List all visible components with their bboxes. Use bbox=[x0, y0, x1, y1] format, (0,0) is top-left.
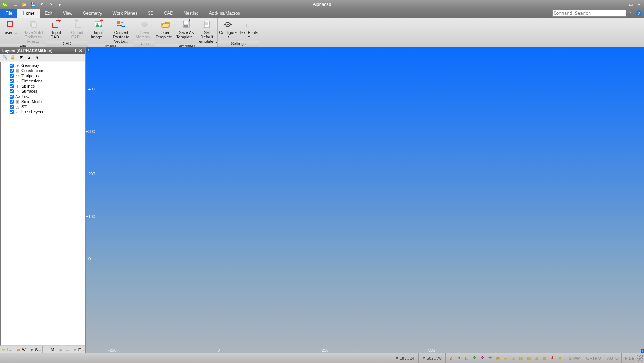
ribbon-minimize-button[interactable]: ^ bbox=[628, 10, 634, 16]
tab-add-ins-macros[interactable]: Add-Ins/Macros bbox=[204, 9, 245, 18]
raster-vector-button[interactable]: Convert Raster to Vector... bbox=[109, 18, 134, 44]
status-axis-xz-icon[interactable]: ✛ bbox=[480, 355, 485, 361]
status-down-icon[interactable]: ⬇ bbox=[549, 355, 555, 361]
layers-lock-icon[interactable]: 🔒 bbox=[10, 55, 16, 60]
tab-home[interactable]: Home bbox=[17, 9, 40, 18]
panel-tab-info[interactable]: ▤I... bbox=[57, 346, 72, 353]
status-v6-icon[interactable]: ▨ bbox=[534, 355, 539, 361]
status-v1-icon[interactable]: ▣ bbox=[495, 355, 501, 361]
layer-row-user-layers[interactable]: ▭User Layers bbox=[1, 109, 85, 114]
tab-work-planes[interactable]: Work Planes bbox=[108, 9, 143, 18]
qat-save-icon[interactable]: 💾 bbox=[31, 2, 36, 7]
status-home-icon[interactable]: ⌂ bbox=[449, 355, 454, 361]
layer-row-solid-model[interactable]: ▣Solid Model bbox=[1, 99, 85, 104]
status-fit-icon[interactable]: ▢ bbox=[464, 355, 470, 361]
status-axis-xy-icon[interactable]: ✛ bbox=[472, 355, 477, 361]
y-axis-label: Y bbox=[86, 48, 90, 52]
layer-row-stl[interactable]: △STL bbox=[1, 104, 85, 109]
status-v2-icon[interactable]: ▤ bbox=[503, 355, 508, 361]
tab-3d[interactable]: 3D bbox=[143, 9, 159, 18]
status-toggle-ortho[interactable]: ORTHO bbox=[583, 353, 604, 363]
layer-row-dimensions[interactable]: ↔Dimensions bbox=[1, 78, 85, 83]
layer-visibility-checkbox[interactable] bbox=[10, 84, 14, 88]
open-template-button[interactable]: Open Template... bbox=[155, 18, 176, 44]
status-axis-yz-icon[interactable]: ✛ bbox=[487, 355, 493, 361]
layer-row-construction[interactable]: ▦Construction bbox=[1, 68, 85, 73]
help-button[interactable]: ? bbox=[636, 10, 642, 16]
layer-visibility-checkbox[interactable] bbox=[10, 69, 14, 73]
layers-panel-header[interactable]: Layers (ALPHACAM/User) ⊥ ✕ bbox=[0, 47, 85, 54]
qat-open-icon[interactable]: 📂 bbox=[22, 2, 27, 7]
tab-nesting[interactable]: Nesting bbox=[178, 9, 204, 18]
tab-file[interactable]: File bbox=[0, 9, 17, 18]
insert-button[interactable]: Insert... bbox=[0, 18, 21, 44]
machines-tab-label: M bbox=[51, 347, 54, 352]
output-cad-label: Output CAD... bbox=[67, 30, 88, 39]
configure-button[interactable]: Configure▼ bbox=[218, 18, 238, 41]
input-cad-button[interactable]: Input CAD... bbox=[46, 18, 67, 41]
close-panel-icon[interactable]: ✕ bbox=[78, 49, 83, 53]
input-cad-icon bbox=[51, 19, 62, 30]
layer-row-splines[interactable]: ∫Splines bbox=[1, 83, 85, 89]
layer-visibility-checkbox[interactable] bbox=[10, 74, 14, 78]
layers-down-icon[interactable]: ▼ bbox=[35, 55, 40, 60]
layers-up-icon[interactable]: ▲ bbox=[27, 55, 32, 60]
layer-type-icon: ◆ bbox=[15, 63, 20, 68]
layer-visibility-checkbox[interactable] bbox=[10, 95, 14, 99]
layer-visibility-checkbox[interactable] bbox=[10, 110, 14, 114]
canvas-viewport[interactable]: Y x 4003002001000 -2500250500 bbox=[86, 47, 644, 353]
status-toggle-snap[interactable]: SNAP bbox=[566, 353, 583, 363]
layer-visibility-checkbox[interactable] bbox=[10, 64, 14, 68]
tab-cad[interactable]: CAD bbox=[159, 9, 178, 18]
qat-undo-icon[interactable]: ↶ bbox=[40, 2, 45, 7]
maximize-button[interactable]: ▭ bbox=[628, 2, 634, 7]
save-as-template-button[interactable]: Save As Template... bbox=[176, 18, 197, 44]
layer-row-text[interactable]: AbText bbox=[1, 94, 85, 99]
text-fonts-button[interactable]: TText Fonts▼ bbox=[238, 18, 259, 41]
coord-y: Y 502.778 bbox=[419, 353, 446, 363]
pin-icon[interactable]: ⊥ bbox=[73, 49, 78, 53]
machines-tab-icon: ⛬ bbox=[45, 347, 50, 352]
layer-visibility-checkbox[interactable] bbox=[10, 105, 14, 109]
status-v7-icon[interactable]: ▩ bbox=[542, 355, 547, 361]
layer-visibility-checkbox[interactable] bbox=[10, 100, 14, 104]
y-tick: 400 bbox=[86, 87, 95, 91]
layer-type-icon: ⚒ bbox=[15, 73, 20, 78]
panel-tab-layers[interactable]: ▭L... bbox=[0, 346, 14, 353]
layer-row-geometry[interactable]: ◆Geometry bbox=[1, 63, 85, 68]
panel-tab-styles[interactable]: ◉S... bbox=[28, 346, 43, 353]
layer-visibility-checkbox[interactable] bbox=[10, 79, 14, 83]
input-image-button[interactable]: Input Image... bbox=[88, 18, 109, 44]
qat-dropdown-icon[interactable]: ▾ bbox=[57, 2, 62, 7]
resize-grip[interactable] bbox=[637, 355, 643, 361]
status-v4-icon[interactable]: ▦ bbox=[518, 355, 524, 361]
layer-row-surfaces[interactable]: ◇Surfaces bbox=[1, 89, 85, 94]
panel-tab-machines[interactable]: ⛬M bbox=[43, 346, 57, 353]
tab-view[interactable]: View bbox=[58, 9, 78, 18]
qat-redo-icon[interactable]: ↷ bbox=[48, 2, 54, 7]
minimize-button[interactable]: — bbox=[620, 2, 626, 7]
close-button[interactable]: ✕ bbox=[636, 2, 642, 7]
set-default-template-button[interactable]: Set Default Template... bbox=[197, 18, 217, 44]
status-axis3d-icon[interactable]: ✦ bbox=[456, 355, 462, 361]
status-v3-icon[interactable]: ▥ bbox=[511, 355, 516, 361]
status-stop-icon[interactable]: ■ bbox=[557, 355, 563, 361]
layers-panel-title: Layers (ALPHACAM/User) bbox=[2, 48, 52, 53]
command-search-input[interactable] bbox=[552, 10, 626, 17]
x-tick: 250 bbox=[322, 348, 328, 352]
status-toggle-auto[interactable]: AUTO bbox=[604, 353, 621, 363]
input-cad-label: Input CAD... bbox=[46, 30, 67, 39]
svg-rect-4 bbox=[76, 23, 81, 27]
layers-delete-icon[interactable]: ✖ bbox=[18, 55, 24, 60]
panel-tab-workplanes[interactable]: ▦W bbox=[14, 346, 29, 353]
layer-visibility-checkbox[interactable] bbox=[10, 89, 14, 93]
layers-find-icon[interactable]: 🔍 bbox=[2, 55, 7, 60]
qat-new-icon[interactable]: ▭ bbox=[13, 2, 18, 7]
status-v5-icon[interactable]: ▧ bbox=[526, 355, 532, 361]
layer-row-toolpaths[interactable]: ⚒Toolpaths bbox=[1, 73, 85, 78]
tab-geometry[interactable]: Geometry bbox=[78, 9, 108, 18]
tab-edit[interactable]: Edit bbox=[40, 9, 58, 18]
status-toggle-hide[interactable]: HIDE bbox=[621, 353, 637, 363]
panel-tab-files[interactable]: ▭F... bbox=[71, 346, 85, 353]
drawing-canvas[interactable] bbox=[86, 47, 644, 353]
